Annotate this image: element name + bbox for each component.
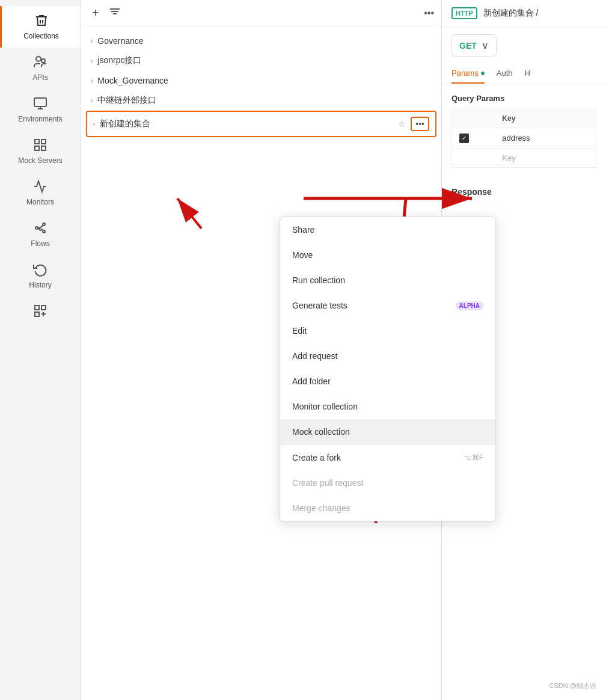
value-column-header	[570, 109, 596, 128]
value-cell[interactable]	[570, 128, 596, 149]
request-path: 新创建的集合 /	[483, 8, 539, 19]
list-item[interactable]: › Governance	[81, 31, 441, 51]
svg-point-10	[43, 223, 45, 226]
table-row: Key	[452, 148, 596, 167]
collections-panel: + ••• › Governance › jsonrpc接口 › Mock_Go…	[81, 0, 442, 700]
menu-item-add-folder[interactable]: Add folder	[280, 369, 495, 394]
svg-rect-7	[35, 146, 39, 150]
svg-rect-13	[41, 305, 46, 310]
collection-name: jsonrpc接口	[97, 55, 432, 66]
move-label: Move	[292, 250, 313, 260]
context-menu: Share Move Run collection Generate tests…	[280, 216, 496, 521]
sidebar-item-apis[interactable]: APIs	[0, 48, 81, 89]
menu-item-run-collection[interactable]: Run collection	[280, 268, 495, 293]
sidebar-item-workspaces[interactable]	[0, 296, 81, 327]
menu-item-merge-changes: Merge changes	[280, 496, 495, 521]
svg-point-1	[41, 59, 45, 63]
method-selector[interactable]: GET ∨	[451, 34, 497, 57]
menu-item-create-fork[interactable]: Create a fork ⌥⌘F	[280, 445, 495, 470]
run-collection-label: Run collection	[292, 275, 345, 285]
menu-item-move[interactable]: Move	[280, 242, 495, 268]
workspaces-icon	[33, 304, 47, 320]
response-section: Response	[442, 177, 606, 206]
chevron-icon: ›	[91, 78, 93, 84]
menu-item-create-pull-request: Create pull request	[280, 470, 495, 496]
chevron-icon: ›	[93, 121, 95, 127]
sidebar-item-environments[interactable]: Environments	[0, 89, 81, 130]
watermark: CSDN @鲲志说	[549, 681, 596, 690]
http-badge: HTTP	[451, 7, 477, 19]
filter-icon	[109, 7, 121, 19]
sidebar-mock-servers-label: Mock Servers	[18, 156, 62, 165]
generate-tests-label: Generate tests	[292, 301, 347, 310]
menu-item-edit[interactable]: Edit	[280, 318, 495, 343]
method-chevron-icon: ∨	[482, 40, 489, 51]
svg-point-9	[35, 227, 38, 229]
key-cell[interactable]: address	[495, 128, 570, 149]
key-placeholder-cell[interactable]: Key	[495, 148, 570, 167]
list-item[interactable]: › 中继链外部接口	[81, 90, 441, 111]
list-item[interactable]: › Mock_Governance	[81, 71, 441, 90]
monitors-icon	[33, 179, 47, 195]
params-section: Query Params Key ✓ address	[442, 84, 606, 177]
checkbox-checked-icon: ✓	[459, 134, 469, 143]
flows-icon	[33, 221, 47, 237]
svg-rect-12	[35, 305, 39, 310]
sidebar-history-label: History	[29, 281, 51, 289]
sidebar-apis-label: APIs	[32, 73, 47, 82]
checkbox-cell[interactable]: ✓	[452, 128, 495, 149]
svg-rect-14	[35, 312, 39, 316]
edit-label: Edit	[292, 326, 307, 336]
monitor-collection-label: Monitor collection	[292, 402, 358, 411]
menu-item-add-request[interactable]: Add request	[280, 343, 495, 369]
create-pull-request-label: Create pull request	[292, 478, 363, 488]
sidebar-collections-label: Collections	[23, 32, 59, 40]
params-tab-label: Params	[451, 69, 479, 78]
sidebar-item-mock-servers[interactable]: Mock Servers	[0, 130, 81, 172]
svg-rect-8	[41, 146, 46, 150]
sidebar-item-collections[interactable]: Collections	[0, 6, 81, 48]
value-cell[interactable]	[570, 148, 596, 167]
collection-name: Mock_Governance	[97, 76, 432, 85]
panel-header: + •••	[81, 0, 441, 26]
mock-servers-icon	[33, 138, 47, 154]
chevron-icon: ›	[91, 97, 93, 104]
highlighted-collection-item[interactable]: › 新创建的集合 ☆ •••	[86, 111, 436, 137]
sidebar-item-history[interactable]: History	[0, 255, 81, 296]
environments-icon	[33, 96, 47, 112]
list-item[interactable]: › jsonrpc接口	[81, 51, 441, 71]
alpha-badge: ALPHA	[456, 301, 483, 310]
table-row: ✓ address	[452, 128, 596, 149]
params-table: Key ✓ address Key	[451, 109, 596, 168]
add-collection-button[interactable]: +	[88, 5, 103, 21]
sidebar-item-monitors[interactable]: Monitors	[0, 172, 81, 213]
collection-list: › Governance › jsonrpc接口 › Mock_Governan…	[81, 26, 441, 142]
apis-icon	[33, 55, 47, 71]
chevron-icon: ›	[91, 38, 93, 45]
headers-tab-label: H	[525, 69, 530, 78]
right-panel-header: HTTP 新创建的集合 /	[442, 0, 606, 27]
svg-point-0	[36, 57, 41, 61]
collections-icon	[34, 13, 49, 29]
tab-auth[interactable]: Auth	[497, 64, 513, 84]
menu-item-share[interactable]: Share	[280, 217, 495, 242]
merge-changes-label: Merge changes	[292, 503, 350, 513]
menu-item-generate-tests[interactable]: Generate tests ALPHA	[280, 293, 495, 318]
sidebar: Collections APIs Environments	[0, 0, 81, 700]
add-request-label: Add request	[292, 351, 338, 361]
tab-headers[interactable]: H	[525, 64, 530, 84]
svg-rect-2	[34, 98, 46, 106]
tab-params[interactable]: Params	[451, 64, 485, 84]
response-title: Response	[451, 187, 596, 197]
more-options-icon[interactable]: •••	[424, 8, 434, 19]
create-fork-shortcut: ⌥⌘F	[464, 453, 483, 462]
method-label: GET	[459, 41, 477, 51]
sidebar-item-flows[interactable]: Flows	[0, 213, 81, 255]
star-icon[interactable]: ☆	[398, 119, 406, 129]
collection-more-button[interactable]: •••	[411, 117, 429, 131]
menu-item-monitor-collection[interactable]: Monitor collection	[280, 394, 495, 419]
search-input[interactable]	[127, 8, 418, 17]
menu-item-mock-collection[interactable]: Mock collection	[280, 419, 495, 444]
svg-rect-5	[35, 140, 39, 144]
mock-collection-label: Mock collection	[292, 427, 350, 437]
